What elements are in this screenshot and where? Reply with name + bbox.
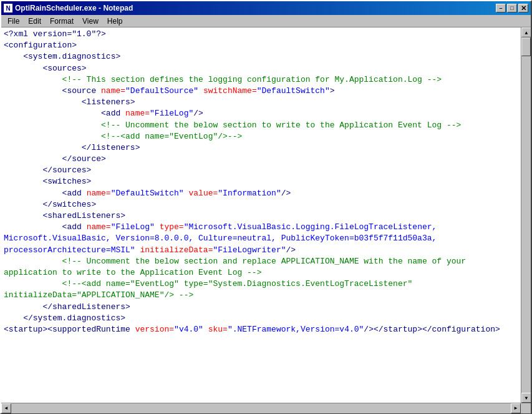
menu-format[interactable]: Format (46, 16, 77, 26)
title-bar-controls: – □ ✕ (496, 4, 528, 12)
vertical-scrollbar[interactable]: ▲ ▼ (521, 27, 531, 403)
scroll-down-button[interactable]: ▼ (521, 393, 531, 403)
window-title: OptiRainScheduler.exe - Notepad (15, 4, 133, 12)
scroll-right-button[interactable]: ► (511, 403, 521, 413)
menu-file[interactable]: File (4, 16, 23, 26)
title-bar: N OptiRainScheduler.exe - Notepad – □ ✕ (1, 1, 531, 15)
scroll-up-button[interactable]: ▲ (521, 27, 531, 37)
menu-view[interactable]: View (79, 16, 102, 26)
menu-bar: File Edit Format View Help (1, 15, 531, 27)
app-icon: N (4, 4, 12, 12)
main-window: N OptiRainScheduler.exe - Notepad – □ ✕ … (0, 0, 532, 414)
maximize-button[interactable]: □ (507, 4, 517, 12)
scroll-track-h[interactable] (11, 403, 511, 413)
minimize-button[interactable]: – (496, 4, 506, 12)
scrollbar-corner (521, 403, 531, 413)
text-editor[interactable]: <?xml version="1.0"?> <configuration> <s… (1, 27, 521, 403)
scroll-track-v[interactable] (521, 37, 531, 393)
close-button[interactable]: ✕ (518, 4, 528, 12)
scroll-thumb-v[interactable] (521, 37, 531, 56)
horizontal-scrollbar[interactable]: ◄ ► (1, 403, 531, 413)
menu-edit[interactable]: Edit (24, 16, 45, 26)
title-bar-left: N OptiRainScheduler.exe - Notepad (4, 4, 133, 12)
scroll-left-button[interactable]: ◄ (1, 403, 11, 413)
menu-help[interactable]: Help (104, 16, 127, 26)
editor-area: <?xml version="1.0"?> <configuration> <s… (1, 27, 531, 403)
